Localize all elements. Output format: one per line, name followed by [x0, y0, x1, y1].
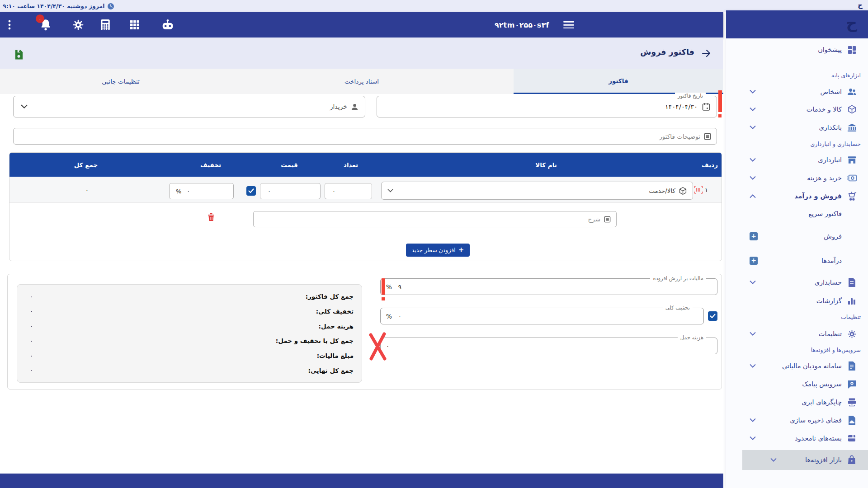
sidebar-item-persons[interactable]: اشخاص — [726, 83, 868, 101]
add-income-plus-icon[interactable]: + — [750, 257, 758, 265]
gear-icon — [846, 328, 857, 339]
hamburger-menu-icon[interactable] — [563, 19, 574, 31]
discount-input[interactable]: ۰ % — [169, 183, 234, 199]
invoice-description-field[interactable]: توضیحات فاکتور — [13, 128, 717, 145]
sidebar-section-services-addons: سرویس‌ها و افزونه‌ها — [726, 344, 868, 356]
tab-invoice[interactable]: فاکتور — [514, 69, 723, 94]
barcode-icon[interactable] — [694, 186, 703, 194]
summary-label: مبلغ مالیات: — [317, 352, 354, 359]
shipping-cost-input[interactable]: هزینه حمل ۰ — [380, 338, 717, 354]
sidebar-item-purchase-expense[interactable]: خرید و هزینه — [726, 169, 868, 187]
buyer-select[interactable]: خریدار — [13, 96, 365, 117]
sidebar-item-unlimited-packages[interactable]: بسته‌های نامحدود — [726, 429, 868, 447]
sidebar-item-sms-service[interactable]: سرویس پیامک — [726, 375, 868, 393]
chevron-up-icon — [750, 194, 756, 198]
required-marker-dot — [382, 297, 385, 300]
column-header-row: ردیف — [702, 161, 718, 169]
sidebar-item-label: فضای ذخیره سازی — [790, 417, 842, 424]
sidebar-item-label: پیشخوان — [818, 46, 842, 53]
assistant-robot-icon[interactable] — [161, 19, 175, 31]
sidebar-item-cloud-printers[interactable]: چاپگرهای ابری — [726, 393, 868, 411]
item-note-row: شرح — [9, 203, 722, 235]
add-row-button[interactable]: + افزودن سطر جدید — [406, 244, 470, 257]
note-placeholder: شرح — [588, 216, 600, 223]
sidebar-item-accounting[interactable]: حسابداری — [726, 273, 868, 291]
sidebar-item-label: حسابداری — [815, 279, 842, 286]
sidebar-item-incomes[interactable]: درآمدها + — [726, 252, 868, 270]
sidebar-item-banking[interactable]: بانکداری — [726, 118, 868, 136]
summary-row: جمع کل با تخفیف و حمل: ۰ — [25, 335, 354, 347]
calculator-icon[interactable] — [100, 19, 110, 31]
workspace-code: ۹۲tm۰۲۵۵۰s۳f — [495, 21, 549, 29]
add-sale-plus-icon[interactable]: + — [750, 232, 758, 240]
kebab-menu-icon[interactable] — [8, 19, 11, 30]
sidebar-item-tax-system[interactable]: سامانه مودیان مالیاتی — [726, 357, 868, 375]
product-select[interactable]: کالا/خدمت — [381, 182, 693, 200]
chevron-down-icon — [750, 418, 756, 422]
sidebar-item-settings[interactable]: تنظیمات — [726, 325, 868, 343]
tab-label: اسناد پرداخت — [344, 78, 379, 85]
chevron-down-icon — [750, 176, 756, 180]
delete-row-trash-icon[interactable] — [208, 213, 215, 221]
tab-side-settings[interactable]: تنظیمات جانبی — [27, 69, 214, 94]
gear-icon[interactable] — [72, 19, 84, 31]
document-icon — [846, 361, 857, 371]
sidebar-item-sales[interactable]: فروش + — [726, 227, 868, 245]
chevron-down-icon — [750, 158, 756, 162]
vat-input[interactable]: مالیات بر ارزش افزوده ۹ % — [380, 278, 717, 295]
tab-label: فاکتور — [609, 77, 628, 84]
quantity-input[interactable] — [325, 183, 372, 199]
tab-payment-documents[interactable]: اسناد پرداخت — [268, 69, 455, 94]
sidebar-item-label: بسته‌های نامحدود — [795, 435, 842, 442]
overall-discount-input[interactable]: تخفیف کلی ۰ % — [380, 308, 704, 324]
item-row: ۱ کالا/خدمت ۰ % ۰ — [9, 177, 722, 203]
cloud-storage-icon — [846, 415, 857, 426]
sidebar-item-warehousing[interactable]: انبارداری — [726, 151, 868, 169]
sidebar-item-sales-income[interactable]: فروش و درآمد — [726, 187, 868, 205]
notifications-bell-icon[interactable]: ۰ — [40, 19, 52, 31]
sidebar-item-storage[interactable]: فضای ذخیره سازی — [726, 411, 868, 429]
items-table-header: ردیف نام کالا تعداد قیمت تخفیف جمع کل — [9, 153, 722, 177]
chevron-down-icon — [750, 364, 756, 368]
summary-value: ۰ — [25, 308, 33, 314]
sidebar-item-goods-services[interactable]: کالا و خدمات — [726, 100, 868, 118]
sidebar-section-label: سرویس‌ها و افزونه‌ها — [811, 347, 861, 353]
required-marker-bar — [718, 90, 722, 112]
today-date-text: امروز دوشنبه ۱۴۰۴/۴/۳۰ ساعت ۹:۱۰ — [3, 1, 114, 11]
invoice-date-field[interactable]: تاریخ فاکتور ۱۴۰۴/۰۴/۳۰ — [377, 96, 717, 117]
sidebar-item-label: بانکداری — [819, 124, 842, 131]
package-icon — [846, 433, 857, 444]
summary-label: جمع کل فاکتور: — [306, 293, 354, 300]
brand-logo[interactable]: ح — [846, 14, 857, 32]
person-icon — [351, 103, 359, 111]
column-header-discount: تخفیف — [200, 161, 221, 169]
buyer-placeholder: خریدار — [330, 103, 347, 110]
chevron-down-icon — [750, 436, 756, 441]
store-icon — [846, 155, 857, 165]
sidebar-item-reports[interactable]: گزارشات — [726, 292, 868, 310]
shopping-bag-icon — [846, 455, 857, 465]
notes-icon — [704, 133, 711, 140]
sidebar-item-quick-invoice[interactable]: فاکتور سریع — [726, 205, 868, 223]
sidebar-section-label: ابزارهای پایه — [831, 72, 861, 79]
price-input[interactable] — [260, 183, 321, 199]
chevron-down-icon — [750, 90, 756, 94]
sidebar-item-label: درآمدها — [821, 257, 842, 264]
note-input[interactable]: شرح — [253, 211, 617, 227]
discount-percent-checkbox[interactable] — [246, 186, 256, 196]
dashboard-icon — [846, 44, 857, 55]
summary-label: جمع کل با تخفیف و حمل: — [276, 337, 354, 344]
overall-discount-percent-checkbox[interactable] — [708, 311, 717, 321]
back-arrow-icon[interactable] — [701, 48, 712, 59]
apps-grid-icon[interactable] — [129, 19, 140, 30]
chevron-down-icon — [750, 126, 756, 130]
sidebar-item-addons-market[interactable]: بازار افزونه‌ها — [742, 450, 868, 470]
sidebar-item-dashboard[interactable]: پیشخوان — [726, 41, 868, 59]
sidebar-item-label: اشخاص — [821, 88, 842, 95]
sidebar-item-label: بازار افزونه‌ها — [805, 456, 842, 464]
bank-icon — [846, 122, 857, 133]
vat-unit: % — [386, 283, 392, 291]
notes-icon — [604, 216, 611, 223]
sidebar-item-label: سرویس پیامک — [802, 380, 842, 388]
save-button[interactable] — [14, 49, 23, 60]
